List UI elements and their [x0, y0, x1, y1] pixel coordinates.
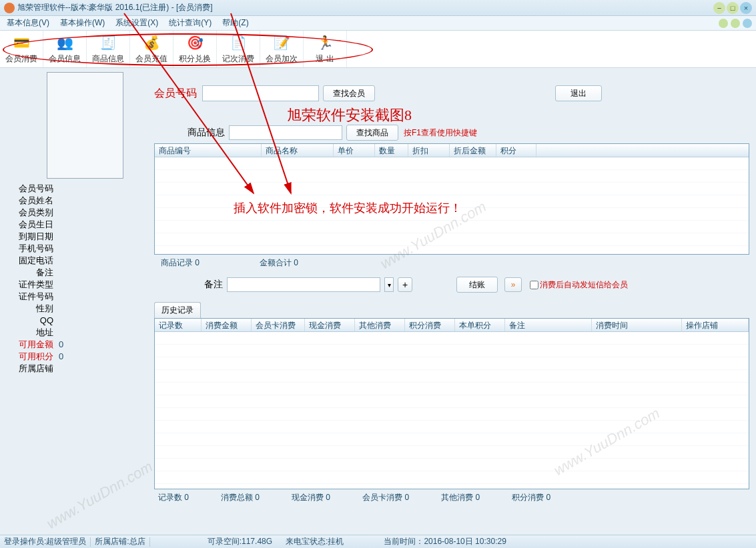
member-field-会员类别: 会员类别 [7, 207, 53, 219]
prod-col-数量[interactable]: 数量 [375, 144, 408, 157]
toolbar-icon-5: 📄 [229, 33, 248, 52]
member-field-固定电话: 固定电话 [7, 255, 53, 267]
mdi-close-button[interactable] [743, 19, 752, 28]
hist-summary-2: 现金消费 0 [292, 492, 330, 503]
menu-0[interactable]: 基本信息(V) [7, 17, 49, 29]
member-field-所属店铺: 所属店铺 [7, 363, 53, 375]
toolbar-label-3: 会员充值 [135, 53, 167, 65]
status-shop: 所属店铺:总店 [95, 536, 145, 547]
member-value-可用金额: 0 [59, 339, 63, 351]
remark-input[interactable] [227, 277, 380, 292]
checkout-button[interactable]: 结账 [456, 277, 498, 293]
history-tab[interactable]: 历史记录 [154, 302, 201, 318]
member-field-性别: 性别 [7, 303, 53, 315]
toolbar-会员消费[interactable]: 💳会员消费 [0, 31, 43, 67]
status-phone: 来电宝状态:挂机 [286, 536, 344, 547]
toolbar-icon-0: 💳 [12, 33, 31, 52]
hist-col-积分消费[interactable]: 积分消费 [405, 319, 455, 331]
exit-button[interactable]: 退出 [555, 85, 602, 101]
toolbar-记次消费[interactable]: 📄记次消费 [217, 31, 260, 67]
hist-summary-0: 记录数 0 [158, 492, 189, 503]
prod-col-折后金额[interactable]: 折后金额 [450, 144, 496, 157]
hist-col-本单积分[interactable]: 本单积分 [455, 319, 505, 331]
toolbar-退 出[interactable]: 🏃退 出 [304, 31, 347, 67]
member-field-QQ: QQ [7, 315, 53, 327]
member-number-label: 会员号码 [154, 87, 197, 101]
remark-spinner[interactable]: ▾ [384, 277, 394, 292]
toolbar-会员加次[interactable]: 📝会员加次 [260, 31, 304, 67]
toolbar-label-1: 会员信息 [49, 53, 81, 65]
mdi-minimize-button[interactable] [719, 19, 728, 28]
member-field-会员号码: 会员号码 [7, 183, 53, 195]
close-button[interactable]: × [740, 2, 752, 14]
toolbar-label-2: 商品信息 [92, 53, 124, 65]
hist-col-会员卡消费[interactable]: 会员卡消费 [252, 319, 305, 331]
hist-col-现金消费[interactable]: 现金消费 [305, 319, 355, 331]
prod-col-折扣[interactable]: 折扣 [408, 144, 450, 157]
toolbar-积分兑换[interactable]: 🎯积分兑换 [173, 31, 217, 67]
toolbar-label-4: 积分兑换 [179, 53, 211, 65]
member-field-到期日期: 到期日期 [7, 231, 53, 243]
member-field-证件号码: 证件号码 [7, 291, 53, 303]
minimize-button[interactable]: − [713, 2, 725, 14]
history-grid-body[interactable] [155, 332, 749, 489]
hist-summary-5: 积分消费 0 [512, 492, 550, 503]
menu-2[interactable]: 系统设置(X) [115, 17, 158, 29]
member-field-可用金额: 可用金额 [19, 339, 53, 349]
find-member-button[interactable]: 查找会员 [323, 85, 375, 101]
member-field-会员生日: 会员生日 [7, 219, 53, 231]
toolbar-label-7: 退 出 [316, 53, 334, 65]
menu-4[interactable]: 帮助(Z) [222, 17, 248, 29]
toolbar-icon-7: 🏃 [316, 33, 334, 52]
product-info-label: 商品信息 [187, 127, 225, 139]
status-time: 当前时间：2016-08-10日 10:30:29 [384, 536, 506, 547]
toolbar-商品信息[interactable]: 🧾商品信息 [87, 31, 130, 67]
toolbar-icon-6: 📝 [272, 33, 291, 52]
toolbar-会员充值[interactable]: 💰会员充值 [130, 31, 173, 67]
toolbar-icon-3: 💰 [142, 33, 161, 52]
member-field-证件类型: 证件类型 [7, 279, 53, 291]
toolbar-label-0: 会员消费 [5, 53, 37, 65]
maximize-button[interactable]: □ [727, 2, 739, 14]
app-icon [4, 3, 15, 13]
status-operator: 登录操作员:超级管理员 [4, 536, 86, 547]
f1-hint: 按F1查看使用快捷键 [404, 127, 477, 139]
find-product-button[interactable]: 查找商品 [346, 125, 398, 141]
product-grid: 商品编号商品名称单价数量折扣折后金额积分 [154, 143, 749, 255]
hist-summary-4: 其他消费 0 [441, 492, 480, 503]
hist-summary-3: 会员卡消费 0 [362, 492, 409, 503]
hist-col-消费时间[interactable]: 消费时间 [592, 319, 682, 331]
menu-1[interactable]: 基本操作(W) [60, 17, 105, 29]
menu-3[interactable]: 统计查询(Y) [169, 17, 212, 29]
member-value-可用积分: 0 [59, 351, 63, 363]
status-disk: 可录空间:117.48G [208, 536, 272, 547]
history-grid: 记录数消费金额会员卡消费现金消费其他消费积分消费本单积分备注消费时间操作店铺 [154, 318, 749, 489]
toolbar-会员信息[interactable]: 👥会员信息 [43, 31, 87, 67]
member-number-input[interactable] [202, 85, 319, 101]
hist-col-备注[interactable]: 备注 [505, 319, 592, 331]
member-field-地址: 地址 [7, 327, 53, 339]
remark-add-button[interactable]: + [398, 277, 412, 292]
remark-label: 备注 [204, 279, 223, 291]
toolbar-label-5: 记次消费 [222, 53, 254, 65]
prod-col-积分[interactable]: 积分 [496, 144, 536, 157]
toolbar-icon-2: 🧾 [99, 33, 117, 52]
amount-total: 金额合计 0 [260, 257, 298, 269]
expand-button[interactable]: » [504, 277, 522, 292]
member-field-手机号码: 手机号码 [7, 243, 53, 255]
window-title: 旭荣管理软件--版本:豪华版 2016.1(已注册) - [会员消费] [17, 2, 713, 13]
product-info-input[interactable] [229, 125, 342, 140]
prod-col-单价[interactable]: 单价 [334, 144, 375, 157]
hist-col-操作店铺[interactable]: 操作店铺 [682, 319, 749, 331]
toolbar-label-6: 会员加次 [266, 53, 298, 65]
member-photo-placeholder [47, 72, 123, 179]
mdi-maximize-button[interactable] [731, 19, 740, 28]
hist-col-消费金额[interactable]: 消费金额 [202, 319, 252, 331]
member-field-备注: 备注 [7, 267, 53, 279]
prod-col-商品名称[interactable]: 商品名称 [262, 144, 334, 157]
hist-col-记录数[interactable]: 记录数 [155, 319, 202, 331]
prod-col-商品编号[interactable]: 商品编号 [155, 144, 262, 157]
product-grid-body[interactable] [155, 157, 749, 254]
hist-col-其他消费[interactable]: 其他消费 [355, 319, 405, 331]
sms-checkbox[interactable] [530, 281, 538, 289]
